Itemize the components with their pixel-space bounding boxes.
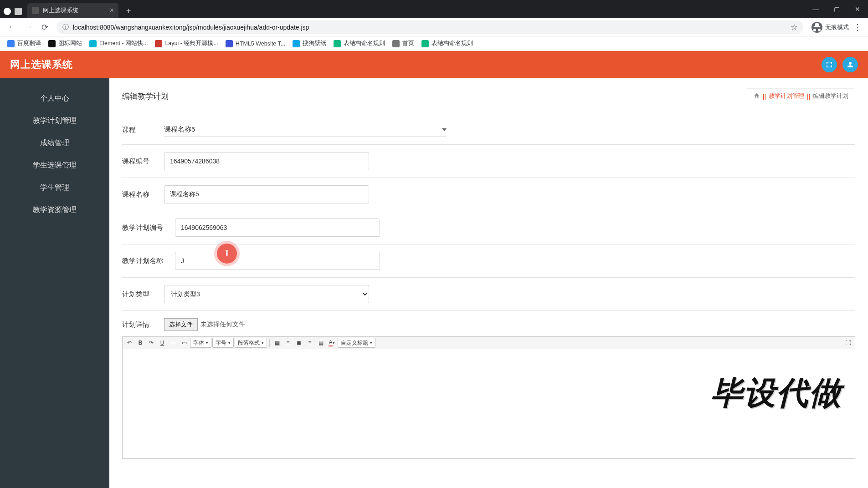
close-icon[interactable]: × [110, 6, 114, 15]
bookmark-item[interactable]: 图标网站 [45, 38, 86, 49]
bookmark-label: 首页 [402, 40, 414, 47]
window-maximize-button[interactable]: ▢ [826, 0, 847, 18]
sidebar-item-students[interactable]: 学生管理 [0, 177, 109, 199]
app-header: 网上选课系统 [0, 51, 868, 78]
chevron-down-icon [442, 128, 447, 131]
expand-icon [825, 61, 833, 69]
tab-title: 网上选课系统 [43, 6, 78, 15]
app-title: 网上选课系统 [10, 58, 73, 71]
window-close-button[interactable]: ✕ [847, 0, 868, 18]
nav-forward-button[interactable]: → [22, 21, 35, 34]
align-center-button[interactable]: ≣ [294, 338, 304, 348]
browser-menu-button[interactable]: ⋮ [853, 22, 862, 32]
sidebar-item-grades[interactable]: 成绩管理 [0, 132, 109, 154]
plan-code-label: 教学计划编号 [122, 224, 175, 232]
breadcrumb-parent[interactable]: 教学计划管理 [769, 92, 804, 100]
strike-button[interactable]: — [168, 338, 178, 348]
plan-detail-label: 计划详情 [122, 320, 164, 329]
fullscreen-editor-button[interactable]: ⛶ [843, 338, 853, 348]
bookmark-label: 表结构命名规则 [344, 40, 385, 47]
os-window-square [15, 8, 22, 15]
sidebar-item-teaching-plan[interactable]: 教学计划管理 [0, 110, 109, 132]
bookmark-item[interactable]: 首页 [389, 38, 418, 49]
user-menu-button[interactable] [842, 57, 858, 72]
sidebar-item-student-courses[interactable]: 学生选课管理 [0, 154, 109, 177]
plan-name-label: 教学计划名称 [122, 257, 175, 265]
editor-toolbar: ↶ B ↷ U — ▭ 字体▾ 字号▾ 段落格式▾ ▦ ≡ ≣ ≡ ▤ A▾ [123, 337, 855, 349]
bookmark-item[interactable]: 表结构命名规则 [330, 38, 389, 49]
align-right-button[interactable]: ≡ [305, 338, 315, 348]
bold-button[interactable]: B [135, 338, 145, 348]
bookmark-label: 百度翻译 [17, 40, 41, 47]
fullscreen-button[interactable] [822, 57, 837, 72]
choose-file-button[interactable]: 选择文件 [164, 318, 198, 331]
incognito-icon[interactable] [812, 22, 822, 33]
underline-button[interactable]: U [157, 338, 167, 348]
sidebar-item-resources[interactable]: 教学资源管理 [0, 199, 109, 221]
new-tab-button[interactable]: + [122, 5, 135, 17]
plan-name-input[interactable] [175, 252, 380, 270]
browser-tabstrip: 网上选课系统 × + — ▢ ✕ [0, 0, 868, 18]
editor-content[interactable]: 毕设代做 [123, 349, 855, 458]
home-icon[interactable] [754, 92, 760, 100]
course-label: 课程 [122, 126, 164, 134]
window-minimize-button[interactable]: — [805, 0, 826, 18]
sidebar: 个人中心 教学计划管理 成绩管理 学生选课管理 学生管理 教学资源管理 [0, 78, 109, 488]
user-icon [846, 61, 854, 69]
bookmark-item[interactable]: Layui - 经典开源模... [151, 38, 221, 49]
bookmark-star-icon[interactable]: ☆ [791, 22, 798, 32]
nav-reload-button[interactable]: ⟳ [38, 21, 51, 34]
toolbar-separator [269, 339, 270, 347]
bookmark-label: 表结构命名规则 [431, 40, 473, 47]
bookmark-item[interactable]: Element - 网站快... [86, 38, 151, 49]
course-name-input[interactable] [164, 185, 369, 203]
course-code-label: 课程编号 [122, 157, 164, 166]
file-status-text: 未选择任何文件 [200, 320, 245, 329]
align-justify-button[interactable]: ▤ [316, 338, 326, 348]
browser-toolbar: ← → ⟳ ⓘ localhost:8080/wangshangxuankexi… [0, 18, 868, 36]
font-family-select[interactable]: 字体▾ [190, 338, 211, 348]
bookmark-item[interactable]: 搜狗壁纸 [289, 38, 330, 49]
undo-button[interactable]: ↶ [124, 338, 134, 348]
os-window-dot [4, 8, 11, 15]
font-color-button[interactable]: A▾ [327, 338, 337, 348]
course-select[interactable]: 课程名称5 [164, 122, 447, 137]
page-title: 编辑教学计划 [122, 91, 169, 102]
browser-tab[interactable]: 网上选课系统 × [27, 3, 118, 18]
plan-type-label: 计划类型 [122, 290, 164, 299]
bookmark-label: 图标网站 [58, 40, 82, 47]
tab-favicon [32, 7, 39, 14]
form-area: 课程 课程名称5 课程编号 课程名称 教学计划编号 教学计划名称 [109, 111, 868, 477]
align-left-button[interactable]: ≡ [283, 338, 293, 348]
course-name-label: 课程名称 [122, 190, 164, 199]
breadcrumb-current: 编辑教学计划 [813, 92, 848, 100]
url-text: localhost:8080/wangshangxuankexitong/jsp… [73, 24, 309, 31]
bookmark-item[interactable]: 表结构命名规则 [418, 38, 477, 49]
redo-button[interactable]: ↷ [146, 338, 156, 348]
bookmark-label: HTML5 Website T... [236, 41, 285, 47]
course-code-input[interactable] [164, 152, 369, 170]
breadcrumb-sep: || [807, 93, 810, 100]
paragraph-format-select[interactable]: 段落格式▾ [235, 338, 267, 348]
custom-title-select[interactable]: 自定义标题▾ [338, 338, 375, 348]
course-select-value: 课程名称5 [164, 125, 442, 134]
nav-back-button[interactable]: ← [5, 21, 18, 34]
bookmark-item[interactable]: HTML5 Website T... [222, 38, 289, 49]
site-info-icon[interactable]: ⓘ [62, 24, 69, 31]
watermark-text: 毕设代做 [711, 372, 842, 415]
sidebar-item-personal[interactable]: 个人中心 [0, 87, 109, 110]
font-size-select[interactable]: 字号▾ [212, 338, 234, 348]
eraser-button[interactable]: ▭ [179, 338, 189, 348]
main-content: 编辑教学计划 || 教学计划管理 || 编辑教学计划 课程 课程名称5 [109, 78, 868, 488]
rich-editor: ↶ B ↷ U — ▭ 字体▾ 字号▾ 段落格式▾ ▦ ≡ ≣ ≡ ▤ A▾ [122, 336, 855, 459]
bookmark-label: Element - 网站快... [99, 40, 148, 47]
bookmark-item[interactable]: 百度翻译 [4, 38, 45, 49]
bookmark-label: Layui - 经典开源模... [165, 40, 218, 47]
incognito-label: 无痕模式 [825, 23, 849, 31]
bookmarks-bar: 百度翻译 图标网站 Element - 网站快... Layui - 经典开源模… [0, 36, 868, 51]
address-bar[interactable]: ⓘ localhost:8080/wangshangxuankexitong/j… [56, 20, 803, 34]
table-button[interactable]: ▦ [272, 338, 282, 348]
plan-type-select[interactable]: 计划类型3 [164, 285, 369, 303]
plan-code-input[interactable] [175, 219, 380, 237]
breadcrumb-sep: || [763, 93, 766, 100]
